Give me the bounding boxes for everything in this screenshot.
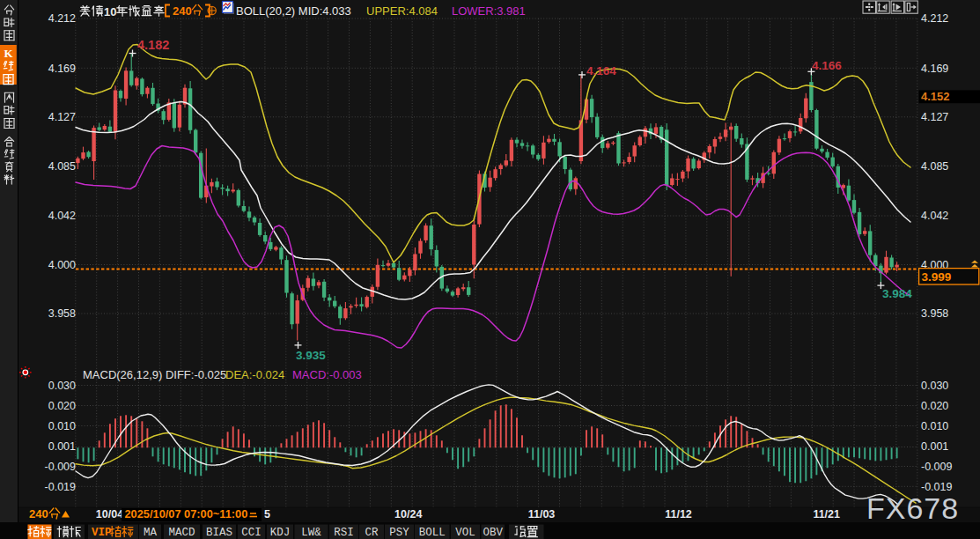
svg-text:3.999: 3.999 [922,270,952,284]
svg-text:4.042: 4.042 [921,210,948,222]
svg-text:MACD(26,12,9) DIFF:-0.025: MACD(26,12,9) DIFF:-0.025 [83,368,226,381]
svg-text:11/12: 11/12 [665,508,692,521]
svg-text:3.958: 3.958 [48,307,76,320]
svg-text:3.984: 3.984 [882,287,912,300]
svg-text:4.212: 4.212 [48,12,76,25]
svg-text:10/04: 10/04 [96,508,123,521]
svg-text:4.085: 4.085 [48,160,76,173]
svg-text:CCI: CCI [241,527,262,539]
svg-text:2025/10/07 07:00~11:00: 2025/10/07 07:00~11:00 [125,507,248,521]
svg-text:0.001: 0.001 [921,440,948,453]
svg-text:4.127: 4.127 [921,111,948,123]
svg-text:4.000: 4.000 [48,259,76,271]
svg-text:11/21: 11/21 [813,508,840,521]
svg-text:0.020: 0.020 [48,400,76,412]
svg-text:MACD: MACD [168,527,195,539]
svg-text:K: K [4,47,13,60]
svg-text:11/03: 11/03 [528,508,556,521]
svg-text:10/24: 10/24 [394,508,422,521]
svg-text:4.152: 4.152 [921,90,950,103]
svg-text:0.030: 0.030 [48,380,76,392]
svg-text:240: 240 [173,4,192,18]
svg-text:4.164: 4.164 [586,64,616,78]
svg-text:4.182: 4.182 [137,38,169,52]
svg-text:MACD:-0.003: MACD:-0.003 [292,368,362,381]
svg-text:4.127: 4.127 [48,111,76,123]
svg-text:LOWER:3.981: LOWER:3.981 [452,4,526,18]
svg-text:VIP: VIP [92,527,112,539]
svg-text:240: 240 [29,507,48,521]
svg-text:RSI: RSI [334,527,354,539]
svg-text:3.935: 3.935 [296,349,326,362]
svg-text:4.212: 4.212 [921,12,948,25]
svg-text:LW&: LW& [301,527,321,539]
svg-text:-0.009: -0.009 [45,461,76,473]
svg-text:10: 10 [104,5,116,18]
svg-text:3.958: 3.958 [921,307,948,320]
svg-text:PSY: PSY [389,527,409,539]
svg-text:0.010: 0.010 [921,420,948,432]
svg-text:MA: MA [144,527,158,539]
svg-text:0.020: 0.020 [921,400,948,412]
svg-text:BOLL: BOLL [419,527,446,539]
svg-text:DEA:-0.024: DEA:-0.024 [225,368,284,381]
svg-text:4.169: 4.169 [48,63,76,75]
svg-text:4.085: 4.085 [921,160,948,173]
svg-text:4.166: 4.166 [812,59,842,72]
svg-text:BIAS: BIAS [206,527,232,539]
svg-text:5: 5 [264,508,270,521]
svg-text:KDJ: KDJ [270,527,291,539]
svg-text:-0.009: -0.009 [921,461,952,473]
svg-text:VOL: VOL [455,527,475,539]
svg-text:FX678: FX678 [866,491,959,525]
svg-text:CR: CR [365,527,379,539]
svg-text:0.001: 0.001 [48,440,76,453]
svg-text:UPPER:4.084: UPPER:4.084 [366,4,438,18]
svg-text:4.169: 4.169 [921,63,948,75]
svg-text:0.010: 0.010 [48,420,76,432]
svg-text:4.042: 4.042 [48,210,76,222]
svg-text:OBV: OBV [483,527,504,539]
svg-text:0.030: 0.030 [921,380,948,392]
svg-text:-0.019: -0.019 [45,481,76,493]
svg-text:BOLL(20,2) MID:4.033: BOLL(20,2) MID:4.033 [236,4,351,18]
